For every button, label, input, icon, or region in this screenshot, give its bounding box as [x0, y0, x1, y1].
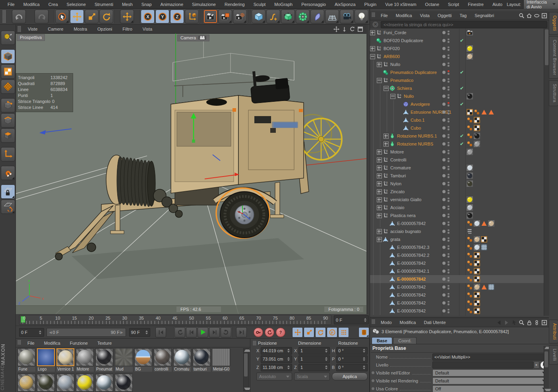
visibility-dots[interactable]: [442, 158, 458, 162]
object-name[interactable]: Rotazione NURBS: [397, 142, 433, 146]
coord-value-field[interactable]: 0 °: [336, 364, 368, 371]
visibility-dots[interactable]: [442, 301, 458, 305]
editor-visibility-dot[interactable]: [448, 301, 450, 303]
cursor-icon[interactable]: [511, 320, 517, 326]
layer-dot[interactable]: [442, 103, 446, 106]
editor-visibility-dot[interactable]: [448, 126, 450, 128]
phong-tag-icon[interactable]: [467, 236, 473, 243]
uvwBlue-tag-icon[interactable]: [481, 244, 487, 250]
editor-visibility-dot[interactable]: [448, 86, 450, 88]
tree-row[interactable]: 0Nullo: [370, 92, 544, 100]
menu-modifica[interactable]: Modifica: [19, 1, 44, 8]
editor-visibility-dot[interactable]: [448, 54, 450, 56]
viewport-menu-mostra[interactable]: Mostra: [68, 25, 92, 33]
key-pla-button[interactable]: [338, 327, 349, 338]
tree-expander-icon[interactable]: [370, 46, 375, 51]
attribute-tab-base[interactable]: Base: [372, 337, 392, 344]
add-mograph-button[interactable]: [296, 10, 310, 23]
menu-vue-10-xstream[interactable]: Vue 10 xStream: [381, 1, 420, 8]
visibility-dots[interactable]: [442, 182, 458, 186]
redo-button[interactable]: [35, 10, 48, 23]
coord-value-field[interactable]: 44.019 cm: [261, 347, 292, 355]
edges-mode-button[interactable]: [1, 113, 15, 128]
material-item[interactable]: controlli: [154, 348, 172, 372]
add-cube-button[interactable]: [252, 10, 265, 23]
panel-grip[interactable]: [372, 319, 375, 324]
uvwBlue-tag-icon[interactable]: [488, 284, 494, 290]
record-keyframe-button[interactable]: [254, 328, 263, 337]
phong-tag-icon[interactable]: [467, 117, 473, 123]
menu-selezione[interactable]: Selezione: [62, 1, 90, 8]
phong-tag-icon[interactable]: [467, 300, 473, 306]
panel-tab-attributi[interactable]: Attributi: [549, 320, 558, 343]
layer-dot[interactable]: [442, 309, 446, 312]
spinner-icon[interactable]: [39, 328, 42, 336]
tree-row[interactable]: E-0000057842: [370, 275, 544, 283]
play-loop-button[interactable]: [221, 327, 231, 338]
object-name[interactable]: verniciato Giallo: [390, 197, 421, 202]
current-frame-field[interactable]: 0 F: [334, 315, 369, 324]
editor-visibility-dot[interactable]: [448, 213, 450, 215]
object-name[interactable]: E-0000057842: [397, 261, 426, 266]
tree-row[interactable]: E-0000057842.2: [370, 251, 544, 259]
lock-y-button[interactable]: Y: [155, 10, 169, 23]
visibility-dots[interactable]: [442, 293, 458, 297]
object-name[interactable]: Pneumatico: [390, 78, 413, 83]
menu-rendering[interactable]: Rendering: [220, 1, 249, 8]
matTan-tag-icon[interactable]: [488, 220, 494, 227]
tree-row[interactable]: E-0000057842: [370, 299, 544, 307]
render-visibility-dot[interactable]: [448, 224, 450, 226]
tri-tag-icon[interactable]: [488, 109, 494, 115]
layer-dot[interactable]: [442, 55, 446, 58]
play-button[interactable]: [198, 327, 208, 338]
material-item[interactable]: Vernice 1: [56, 348, 74, 372]
lock-icon[interactable]: [526, 320, 532, 326]
rotate-button[interactable]: [99, 10, 113, 23]
undo-button[interactable]: [12, 10, 26, 23]
object-name[interactable]: E-0000057842: [397, 301, 426, 305]
object-name[interactable]: ARB600: [384, 54, 400, 59]
material-item[interactable]: [76, 374, 94, 392]
timeline-end-field[interactable]: 90 F: [129, 328, 150, 337]
tree-expander-icon[interactable]: [384, 134, 389, 139]
layer-dot[interactable]: [442, 190, 446, 193]
render-visibility-dot[interactable]: [448, 232, 450, 234]
add-light-button[interactable]: [355, 10, 368, 23]
menu-finestre[interactable]: Finestre: [463, 1, 488, 8]
layer-dot[interactable]: [442, 166, 446, 169]
render-visibility-dot[interactable]: [448, 136, 450, 138]
render-visibility-dot[interactable]: [448, 152, 450, 154]
viewport-zoom-icon[interactable]: [341, 26, 347, 32]
timeline-film-button[interactable]: [358, 327, 369, 338]
layer-dot[interactable]: [442, 301, 446, 305]
lock-x-button[interactable]: X: [141, 10, 155, 23]
goto-start-button[interactable]: [155, 327, 166, 338]
editor-visibility-dot[interactable]: [448, 78, 450, 80]
layer-dot[interactable]: [442, 246, 446, 249]
tree-row[interactable]: Cubo.1: [370, 116, 544, 124]
tri-tag-icon[interactable]: [481, 284, 487, 290]
section-header[interactable]: Proprietà Base: [371, 344, 548, 353]
object-name[interactable]: Controlli: [390, 157, 406, 162]
matBlack-tag-icon[interactable]: [474, 133, 480, 139]
object-name[interactable]: Funi_Corde: [384, 30, 406, 35]
polygons-mode-button[interactable]: [1, 128, 15, 143]
am-menu-modifica[interactable]: Modifica: [396, 319, 420, 326]
render-visibility-dot[interactable]: [448, 73, 450, 75]
layer-dot[interactable]: [442, 31, 446, 34]
menu-mesh[interactable]: Mesh: [118, 1, 137, 8]
phong-tag-icon[interactable]: [467, 276, 473, 282]
panel-grip[interactable]: [253, 341, 256, 345]
matTan-tag-icon[interactable]: [474, 284, 480, 290]
material-item[interactable]: Mud: [115, 348, 133, 372]
viewport-menu-filtro[interactable]: Filtro: [117, 25, 137, 33]
phong-tag-icon[interactable]: [467, 244, 473, 250]
editor-visibility-dot[interactable]: [448, 269, 450, 271]
goto-end-button[interactable]: [236, 327, 247, 338]
axis-mode-button[interactable]: [1, 147, 15, 161]
make-editable-button[interactable]: [1, 31, 15, 45]
viewport-menu-camere[interactable]: Camere: [43, 25, 68, 33]
tree-expander-icon[interactable]: [377, 197, 382, 202]
play-reverse-button[interactable]: [174, 327, 185, 338]
render-visibility-dot[interactable]: [448, 184, 450, 186]
